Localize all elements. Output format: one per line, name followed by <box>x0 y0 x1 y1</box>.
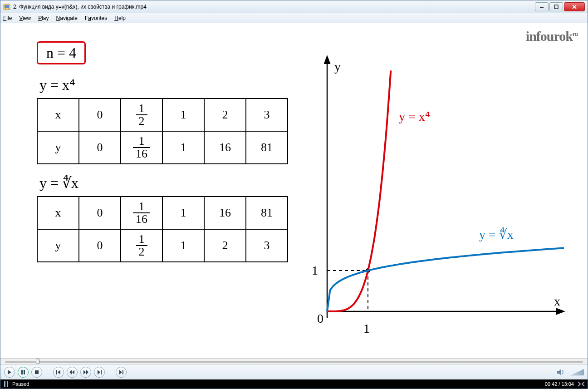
table-cell: 0 <box>79 131 121 164</box>
status-bar: Paused 00:42 / 13:04 <box>0 379 588 389</box>
skip-forward-button[interactable] <box>94 367 105 378</box>
menu-play[interactable]: Play <box>38 15 49 21</box>
skip-back-button[interactable] <box>53 367 64 378</box>
forward-button[interactable] <box>80 367 91 378</box>
table-cell: 12 <box>121 98 162 131</box>
left-column: n = 4 y = x⁴ x012123y011611681 y = ∜x x0… <box>0 23 291 358</box>
table-cell: 0 <box>79 197 121 229</box>
svg-rect-1 <box>5 5 9 8</box>
seek-track <box>5 361 583 363</box>
table-1: x012123y011611681 <box>37 98 288 164</box>
titlebar: 2. Функция вида y=v(n&x), их свойства и … <box>0 0 588 13</box>
formula-2: y = ∜x <box>39 174 288 192</box>
graph-plot: y x 0 1 1 y = x⁴ y = ∜x <box>291 46 572 355</box>
svg-rect-19 <box>4 381 5 387</box>
time-display: 00:42 / 13:04 <box>545 381 574 387</box>
curve2-label: y = ∜x <box>479 227 514 241</box>
svg-rect-13 <box>21 370 23 374</box>
table-cell: 116 <box>121 197 162 229</box>
table-cell: 81 <box>246 197 288 229</box>
n-value-box: n = 4 <box>37 41 86 64</box>
formula-1: y = x⁴ <box>39 76 288 94</box>
y-tick-1: 1 <box>312 263 318 277</box>
svg-rect-17 <box>101 370 102 374</box>
svg-point-2 <box>5 8 6 9</box>
volume-slider[interactable] <box>570 369 584 375</box>
close-button[interactable] <box>564 2 585 11</box>
menu-bar: File View Play Navigate Favorites Help <box>0 13 588 23</box>
volume-icon[interactable] <box>556 367 566 377</box>
origin-label: 0 <box>317 311 323 325</box>
status-text: Paused <box>12 381 29 387</box>
status-icon <box>3 381 10 387</box>
table-cell: 3 <box>246 229 288 262</box>
graph-area: y x 0 1 1 y = x⁴ y = ∜x <box>291 23 588 358</box>
window-title: 2. Функция вида y=v(n&x), их свойства и … <box>13 4 534 10</box>
svg-rect-20 <box>7 381 8 387</box>
seek-thumb[interactable] <box>36 359 39 364</box>
step-button[interactable] <box>116 367 127 378</box>
svg-rect-14 <box>24 370 25 374</box>
svg-rect-5 <box>554 5 558 9</box>
svg-rect-16 <box>56 370 57 374</box>
svg-rect-15 <box>35 370 39 374</box>
rewind-button[interactable] <box>67 367 78 378</box>
table-cell: 16 <box>204 197 246 229</box>
x-axis-label: x <box>554 294 560 308</box>
maximize-button[interactable] <box>549 2 563 11</box>
table-cell: x <box>37 197 79 229</box>
svg-point-3 <box>8 8 9 9</box>
app-icon <box>3 3 10 10</box>
table-cell: 1 <box>162 131 204 164</box>
app-window: 2. Функция вида y=v(n&x), их свойства и … <box>0 0 588 389</box>
status-toggle-icon[interactable] <box>578 381 585 387</box>
table-cell: 1 <box>162 197 204 229</box>
menu-favorites[interactable]: Favorites <box>85 15 107 21</box>
svg-rect-18 <box>122 370 123 374</box>
menu-file[interactable]: File <box>3 15 12 21</box>
table-cell: y <box>37 229 79 262</box>
table-cell: 81 <box>246 131 288 164</box>
menu-navigate[interactable]: Navigate <box>56 15 78 21</box>
x-tick-1: 1 <box>363 321 370 335</box>
y-axis-label: y <box>334 59 341 74</box>
table-cell: 116 <box>121 131 162 164</box>
stop-button[interactable] <box>31 367 42 378</box>
table-2: x011611681y012123 <box>37 196 288 262</box>
table-cell: 3 <box>246 98 288 131</box>
table-cell: 2 <box>204 229 246 262</box>
minimize-button[interactable] <box>535 2 549 11</box>
table-cell: x <box>37 98 79 131</box>
table-cell: 2 <box>204 98 246 131</box>
seek-bar[interactable] <box>0 358 588 364</box>
window-controls <box>534 2 585 11</box>
table-cell: 1 <box>162 98 204 131</box>
table-cell: y <box>37 131 79 164</box>
table-cell: 16 <box>204 131 246 164</box>
playback-controls <box>0 364 588 379</box>
pause-button[interactable] <box>18 367 29 378</box>
table-cell: 1 <box>162 229 204 262</box>
video-content[interactable]: infourokru n = 4 y = x⁴ x012123y01161168… <box>0 23 588 358</box>
curve1-label: y = x⁴ <box>399 109 430 123</box>
table-cell: 0 <box>79 229 121 262</box>
table-cell: 12 <box>121 229 162 262</box>
menu-view[interactable]: View <box>19 15 31 21</box>
table-cell: 0 <box>79 98 121 131</box>
play-button[interactable] <box>4 367 15 378</box>
menu-help[interactable]: Help <box>114 15 126 21</box>
